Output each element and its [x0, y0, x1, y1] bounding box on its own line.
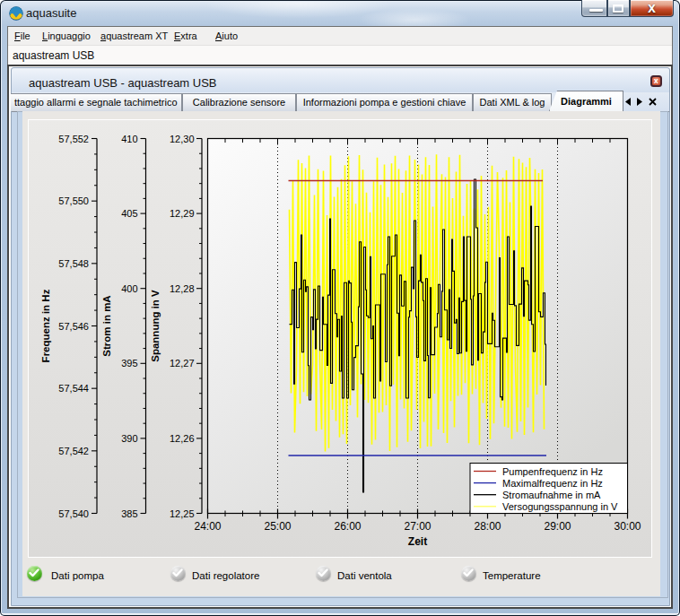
- svg-text:28:00: 28:00: [474, 519, 501, 532]
- svg-text:29:00: 29:00: [544, 519, 571, 532]
- svg-text:57,544: 57,544: [58, 383, 89, 394]
- svg-text:57,540: 57,540: [58, 508, 89, 518]
- svg-text:390: 390: [121, 432, 137, 443]
- svg-text:30:00: 30:00: [614, 519, 641, 532]
- svg-text:57,548: 57,548: [58, 257, 89, 268]
- svg-text:57,550: 57,550: [58, 195, 89, 206]
- svg-text:Zeit: Zeit: [407, 534, 426, 547]
- svg-text:Versogungsspannung in V: Versogungsspannung in V: [502, 500, 618, 511]
- svg-text:Strom in mA: Strom in mA: [101, 295, 112, 356]
- svg-text:25:00: 25:00: [264, 519, 291, 532]
- svg-text:Frequenz in Hz: Frequenz in Hz: [40, 289, 51, 362]
- svg-text:12,26: 12,26: [169, 432, 194, 443]
- svg-text:Spannung in V: Spannung in V: [150, 289, 161, 361]
- svg-text:410: 410: [121, 133, 137, 143]
- svg-text:27:00: 27:00: [404, 519, 431, 532]
- svg-text:Stromaufnahme in mA: Stromaufnahme in mA: [502, 489, 601, 499]
- svg-text:Maximalfrequenz in Hz: Maximalfrequenz in Hz: [502, 477, 603, 488]
- svg-text:24:00: 24:00: [194, 519, 221, 532]
- svg-text:12,29: 12,29: [169, 208, 194, 219]
- svg-text:12,27: 12,27: [169, 358, 194, 369]
- svg-text:57,542: 57,542: [58, 445, 89, 455]
- svg-text:Pumpenfrequenz in Hz: Pumpenfrequenz in Hz: [502, 465, 603, 476]
- svg-text:395: 395: [121, 358, 137, 369]
- svg-text:57,546: 57,546: [58, 320, 89, 331]
- svg-text:400: 400: [121, 282, 137, 293]
- svg-text:12,25: 12,25: [169, 508, 194, 518]
- svg-text:405: 405: [121, 208, 137, 219]
- svg-text:12,28: 12,28: [169, 282, 194, 293]
- svg-text:57,552: 57,552: [58, 133, 89, 143]
- svg-text:26:00: 26:00: [334, 519, 361, 532]
- svg-text:385: 385: [121, 508, 137, 518]
- svg-text:12,30: 12,30: [169, 133, 194, 143]
